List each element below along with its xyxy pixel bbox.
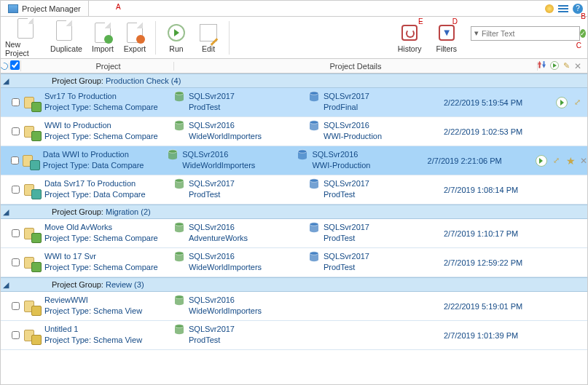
- target-server[interactable]: SQLSvr2016: [312, 149, 370, 160]
- row-delete-button[interactable]: ✕: [580, 156, 587, 166]
- filters-button[interactable]: Filters: [431, 18, 463, 57]
- source-server[interactable]: SQLSvr2017: [189, 178, 235, 189]
- group-header[interactable]: ◢ Project Group: Migration (2): [1, 205, 587, 219]
- lightbulb-icon[interactable]: [545, 4, 554, 13]
- project-name[interactable]: WWI to 17 Svr: [44, 251, 174, 262]
- row-checkbox[interactable]: [11, 156, 19, 164]
- row-open-button[interactable]: ⤢: [552, 156, 562, 166]
- project-name[interactable]: Data WWI to Production: [43, 149, 168, 160]
- new-project-button[interactable]: New Project: [5, 18, 46, 57]
- source-db[interactable]: WideWorldImporters: [189, 262, 262, 273]
- select-all-checkbox[interactable]: [9, 60, 21, 71]
- sort-icon[interactable]: [538, 61, 546, 71]
- col-project[interactable]: Project: [43, 62, 174, 71]
- row-checkbox[interactable]: [12, 98, 20, 106]
- target-db[interactable]: ProdFinal: [324, 102, 369, 113]
- menu-icon[interactable]: [558, 5, 568, 12]
- project-type-icon: [24, 255, 40, 271]
- timestamp: 2/22/2019 1:02:53 PM: [444, 120, 553, 143]
- group-header[interactable]: ◢ Project Group: Production Check (4): [1, 74, 587, 88]
- import-button[interactable]: Import: [87, 18, 119, 57]
- source-server[interactable]: SQLSvr2016: [182, 149, 255, 160]
- edit-button[interactable]: Edit: [192, 18, 224, 57]
- source-db[interactable]: WideWorldImporters: [189, 306, 262, 317]
- edit-header-icon[interactable]: ✎: [563, 61, 570, 71]
- row-run-button[interactable]: [536, 155, 547, 167]
- row-checkbox[interactable]: [12, 229, 20, 237]
- project-row[interactable]: WWI to 17 Svr Project Type: Schema Compa…: [1, 248, 587, 277]
- collapse-icon[interactable]: ◢: [2, 76, 9, 86]
- row-checkbox[interactable]: [12, 302, 20, 310]
- project-name[interactable]: Untitled 1: [44, 324, 174, 335]
- project-row[interactable]: Data WWI to Production Project Type: Dat…: [1, 146, 587, 175]
- row-open-button[interactable]: ⤢: [572, 98, 582, 108]
- delete-header-icon[interactable]: ✕: [574, 61, 581, 71]
- group-header[interactable]: ◢ Project Group: Review (3): [1, 277, 587, 292]
- source-db[interactable]: ProdTest: [189, 102, 235, 113]
- source-server[interactable]: SQLSvr2016: [189, 222, 248, 233]
- row-favorite-button[interactable]: ★: [566, 155, 576, 167]
- row-run-button[interactable]: [556, 97, 568, 108]
- target-db[interactable]: ProdTest: [324, 262, 369, 273]
- source-server[interactable]: SQLSvr2017: [189, 91, 235, 102]
- duplicate-label: Duplicate: [50, 44, 82, 53]
- tab-project-manager[interactable]: Project Manager: [1, 1, 89, 16]
- row-checkbox[interactable]: [12, 331, 20, 339]
- project-type-icon: [24, 95, 40, 111]
- project-row[interactable]: Svr17 To Production Project Type: Schema…: [1, 88, 587, 117]
- project-row[interactable]: ReviewWWI Project Type: Schema View SQLS…: [1, 292, 587, 321]
- project-type-icon: [24, 124, 40, 140]
- project-name[interactable]: WWI to Production: [44, 120, 174, 131]
- project-type-icon: [24, 182, 40, 198]
- source-db[interactable]: WideWorldImporters: [182, 160, 255, 171]
- collapse-icon[interactable]: ◢: [2, 280, 9, 290]
- source-server[interactable]: SQLSvr2016: [189, 251, 262, 262]
- target-server[interactable]: SQLSvr2017: [324, 251, 369, 262]
- target-server[interactable]: SQLSvr2016: [324, 120, 382, 131]
- project-type: Project Type: Data Compare: [43, 160, 168, 171]
- source-db[interactable]: ProdTest: [189, 335, 235, 346]
- run-all-icon[interactable]: [550, 61, 559, 70]
- target-server[interactable]: SQLSvr2017: [324, 178, 369, 189]
- duplicate-button[interactable]: Duplicate: [46, 18, 87, 57]
- row-checkbox[interactable]: [12, 127, 20, 135]
- project-row[interactable]: Move Old AvWorks Project Type: Schema Co…: [1, 219, 587, 248]
- filter-box[interactable]: ▾ ✓: [471, 26, 580, 41]
- row-checkbox[interactable]: [12, 186, 20, 194]
- col-details[interactable]: Project Details: [174, 62, 538, 71]
- export-button[interactable]: Export: [119, 18, 151, 57]
- filter-apply-icon[interactable]: ✓: [580, 29, 586, 38]
- target-db[interactable]: ProdTest: [324, 189, 369, 200]
- source-db[interactable]: ProdTest: [189, 189, 235, 200]
- source-server[interactable]: SQLSvr2016: [189, 295, 262, 306]
- row-checkbox[interactable]: [12, 258, 20, 266]
- project-row[interactable]: Data Svr17 To Production Project Type: D…: [1, 175, 587, 205]
- target-db[interactable]: WWI-Production: [312, 160, 370, 171]
- titlebar: Project Manager A ? B: [1, 1, 587, 17]
- new-project-label: New Project: [5, 40, 46, 57]
- source-server[interactable]: SQLSvr2017: [189, 324, 235, 335]
- project-name[interactable]: Svr17 To Production: [44, 91, 174, 102]
- refresh-header[interactable]: [1, 63, 9, 70]
- funnel-icon: ▾: [474, 28, 479, 38]
- project-name[interactable]: Data Svr17 To Production: [44, 178, 174, 189]
- filter-input[interactable]: [482, 29, 577, 38]
- source-server[interactable]: SQLSvr2016: [189, 120, 262, 131]
- collapse-icon[interactable]: ◢: [2, 207, 9, 217]
- toolbar: New Project Duplicate Import Export Run …: [1, 17, 587, 59]
- project-row[interactable]: WWI to Production Project Type: Schema C…: [1, 117, 587, 146]
- target-server[interactable]: SQLSvr2017: [324, 91, 369, 102]
- source-db-icon: [174, 295, 184, 306]
- target-db-icon: [309, 178, 319, 190]
- project-name[interactable]: Move Old AvWorks: [44, 222, 174, 233]
- project-name[interactable]: ReviewWWI: [44, 295, 174, 306]
- target-server[interactable]: SQLSvr2017: [324, 222, 369, 233]
- target-db[interactable]: ProdTest: [324, 233, 369, 244]
- source-db[interactable]: AdventureWorks: [189, 233, 248, 244]
- source-db[interactable]: WideWorldImporters: [189, 131, 262, 142]
- target-db[interactable]: WWI-Production: [324, 131, 382, 142]
- project-row[interactable]: Untitled 1 Project Type: Schema View SQL…: [1, 321, 587, 350]
- run-button[interactable]: Run: [160, 18, 192, 57]
- project-type: Project Type: Schema Compare: [44, 262, 174, 273]
- filters-label: Filters: [436, 44, 457, 53]
